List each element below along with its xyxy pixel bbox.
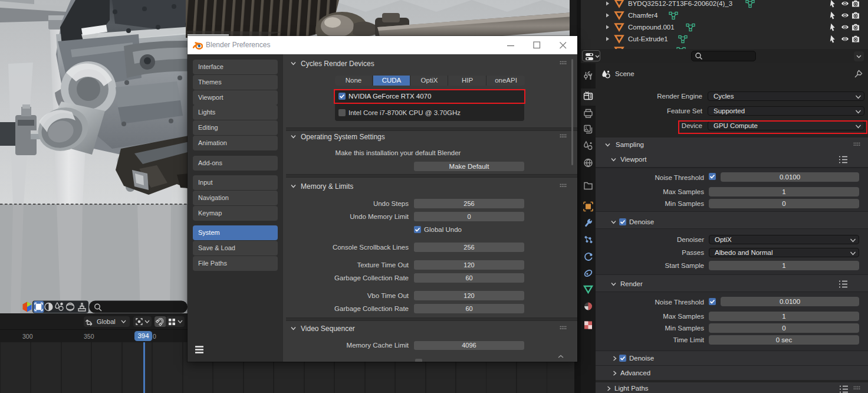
svg-text:Chamfer4: Chamfer4 — [628, 12, 658, 19]
svg-text:BYDQ32512-2T13F6-200602(4)_3: BYDQ32512-2T13F6-200602(4)_3 — [628, 0, 732, 7]
svg-text:Cut-Extrude1: Cut-Extrude1 — [628, 35, 668, 42]
svg-text:Compound.001: Compound.001 — [628, 24, 675, 31]
svg-text:Global: Global — [97, 318, 116, 325]
